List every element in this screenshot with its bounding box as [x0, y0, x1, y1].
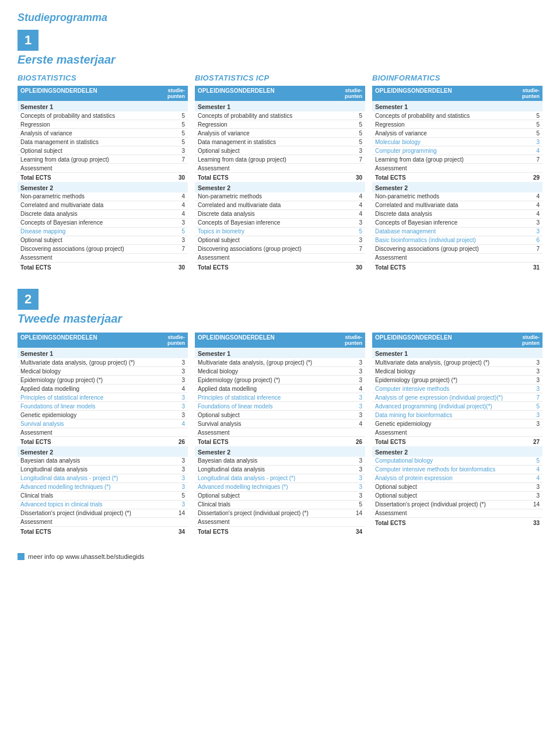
row-pts: 3 [173, 412, 185, 418]
row-pts: 14 [173, 510, 185, 516]
y2-icp-s1-rows: Multivariate data analysis, (group proje… [195, 358, 365, 446]
row-pts: 5 [173, 121, 185, 128]
row-pts: 5 [351, 228, 362, 235]
row-pts: 4 [528, 148, 540, 154]
row-pts: 3 [173, 237, 185, 243]
year2-columns: OPLEIDINGSONDERDELEN studie-punten Semes… [18, 333, 542, 536]
table-row: Analysis of variance5 [18, 129, 188, 138]
row-pts: 3 [351, 377, 362, 383]
row-label: Assessment [20, 429, 173, 436]
row-pts: 3 [351, 412, 362, 418]
row-label: Assessment [198, 165, 351, 172]
row-label: Data management in statistics [20, 139, 173, 145]
icp-s1-label: Semester 1 [195, 101, 365, 111]
bioinformatics-table-header: OPLEIDINGSONDERDELEN studie-punten [372, 86, 542, 101]
bio2-s2-rows: Non-parametric methods4Correlated and mu… [372, 193, 542, 272]
bioinformatics-col: BIOINFORMATICS OPLEIDINGSONDERDELEN stud… [372, 74, 542, 271]
year2-section: 2 Tweede masterjaar OPLEIDINGSONDERDELEN… [18, 289, 542, 536]
table-row: Concepts of Bayesian inference3 [372, 219, 542, 228]
table-row: Optional subject3 [195, 236, 365, 245]
row-pts: 3 [173, 466, 185, 473]
row-pts: 3 [528, 484, 540, 490]
row-pts: 3 [173, 475, 185, 481]
table-row: Dissertation's project (individual proje… [18, 509, 188, 518]
row-label: Concepts of probability and statistics [375, 113, 528, 119]
row-label: Topics in biometry [198, 228, 351, 235]
table-row: Epidemiology (group project) (*)3 [195, 376, 365, 384]
table-row: Assessment [372, 164, 542, 173]
page-title: Studieprogramma [18, 12, 542, 24]
table-row: Assessment [372, 428, 542, 437]
table-row: Non-parametric methods4 [372, 193, 542, 201]
row-pts [351, 254, 362, 261]
row-label: Assessment [20, 254, 173, 261]
table-row: Optional subject3 [195, 411, 365, 419]
row-pts: 3 [528, 368, 540, 375]
table-row: Regression5 [372, 120, 542, 129]
table-row: Total ECTS33 [372, 518, 542, 527]
row-label: Longitudinal data analysis [198, 466, 351, 473]
bio-s2-rows: Non-parametric methods4Correlated and mu… [18, 193, 188, 272]
row-pts [528, 429, 540, 436]
table-row: Optional subject3 [372, 492, 542, 501]
row-label: Discovering associations (group project) [375, 246, 528, 252]
row-pts: 3 [173, 501, 185, 508]
table-row: Concepts of probability and statistics5 [372, 111, 542, 120]
bioinformatics-table: OPLEIDINGSONDERDELEN studie-punten Semes… [372, 86, 542, 271]
table-row: Total ECTS30 [195, 173, 365, 182]
row-pts: 14 [351, 510, 362, 516]
row-pts: 7 [528, 394, 540, 401]
row-pts: 3 [173, 377, 185, 383]
row-label: Optional subject [198, 148, 351, 154]
table-row: Multivariate data analysis, (group proje… [372, 358, 542, 367]
y2-icp-col-subject: OPLEIDINGSONDERDELEN [198, 334, 330, 346]
row-label: Optional subject [375, 484, 528, 490]
table-row: Optional subject3 [18, 236, 188, 245]
row-label: Non-parametric methods [198, 193, 351, 200]
row-label: Assessment [198, 254, 351, 261]
table-row: Concepts of probability and statistics5 [18, 111, 188, 120]
row-label: Optional subject [198, 237, 351, 243]
icp-s2-rows: Non-parametric methods4Correlated and mu… [195, 193, 365, 272]
row-pts: 3 [173, 484, 185, 490]
row-label: Optional subject [375, 492, 528, 499]
row-pts: 3 [173, 219, 185, 226]
row-label: Principles of statistical inference [20, 394, 173, 401]
bio-s1-label: Semester 1 [18, 101, 188, 111]
row-label: Assessment [198, 429, 351, 436]
bio2-s1-label: Semester 1 [372, 101, 542, 111]
row-pts: 3 [351, 394, 362, 401]
row-pts: 3 [528, 421, 540, 427]
row-label: Multivariate data analysis, (group proje… [20, 359, 173, 366]
y2-bio-col-pts: studie-punten [153, 334, 185, 346]
biostatistics-icp-header: BIOSTATISTICS ICP [195, 74, 365, 82]
table-row: Multivariate data analysis, (group proje… [195, 358, 365, 367]
biostatistics-table: OPLEIDINGSONDERDELEN studie-punten Semes… [18, 86, 188, 271]
row-label: Computational biology [375, 457, 528, 464]
row-pts: 4 [528, 193, 540, 200]
biostatistics-table-header: OPLEIDINGSONDERDELEN studie-punten [18, 86, 188, 101]
row-label: Correlated and multivariate data [20, 202, 173, 208]
row-label: Genetic epidemiology [20, 412, 173, 418]
row-pts: 29 [528, 174, 540, 181]
row-label: Advanced modelling techniques (*) [20, 484, 173, 490]
row-pts: 3 [173, 368, 185, 375]
row-label: Advanced topics in clinical trials [20, 501, 173, 508]
row-pts: 5 [173, 113, 185, 119]
biostatistics-header: BIOSTATISTICS [18, 74, 188, 82]
table-row: Assessment [372, 509, 542, 518]
y2-icp-table: OPLEIDINGSONDERDELEN studie-punten Semes… [195, 333, 365, 536]
row-label: Foundations of linear models [20, 403, 173, 410]
table-row: Assessment [18, 164, 188, 173]
row-pts: 30 [351, 264, 362, 271]
row-pts: 3 [528, 228, 540, 235]
row-label: Analysis of variance [20, 130, 173, 137]
y2-biostatistics-table: OPLEIDINGSONDERDELEN studie-punten Semes… [18, 333, 188, 536]
row-label: Longitudinal data analysis - project (*) [198, 475, 351, 481]
row-label: Discrete data analysis [375, 211, 528, 217]
y2-bio2-s2-rows: Computational biology5Computer intensive… [372, 457, 542, 527]
row-label: Epidemiology (group project) (*) [375, 377, 528, 383]
biostatistics-col: BIOSTATISTICS OPLEIDINGSONDERDELEN studi… [18, 74, 188, 271]
row-pts: 3 [528, 139, 540, 145]
table-row: Correlated and multivariate data4 [195, 201, 365, 210]
